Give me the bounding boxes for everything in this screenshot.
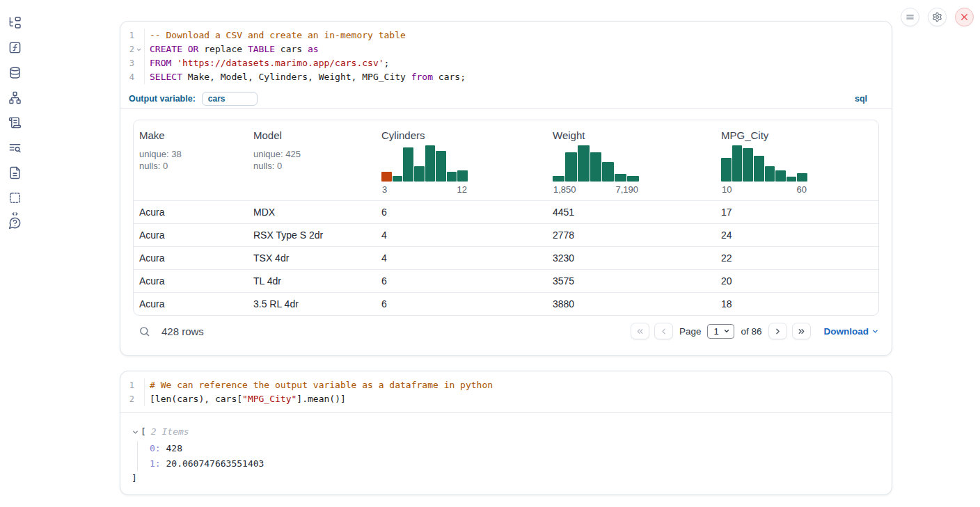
snippets-icon[interactable] [8, 191, 22, 204]
histogram-bar[interactable] [627, 176, 639, 182]
histogram-bar[interactable] [590, 152, 602, 182]
functions-icon[interactable] [8, 41, 22, 54]
column-header-model[interactable]: Modelunique: 425nulls: 0 [248, 120, 376, 200]
table-cell: 24 [716, 230, 878, 241]
histogram-bar[interactable] [578, 145, 590, 182]
histogram-bar[interactable] [721, 158, 732, 182]
tree-header: [ 2 Items [132, 425, 880, 437]
table-row[interactable]: AcuraTSX 4dr4323022 [134, 246, 878, 269]
table-row[interactable]: AcuraMDX6445117 [134, 200, 878, 223]
histogram-bar[interactable] [743, 148, 753, 182]
menu-button[interactable] [901, 8, 919, 26]
histogram-bar[interactable] [457, 170, 468, 182]
column-stats: unique: 38nulls: 0 [139, 148, 242, 172]
dependencies-icon[interactable] [8, 91, 22, 104]
table-cell: 3230 [547, 252, 716, 264]
output-variable-label: Output variable: [129, 94, 196, 104]
tree-item-key: 1: [150, 458, 161, 469]
first-page-button[interactable] [631, 323, 649, 339]
table-row[interactable]: Acura3.5 RL 4dr6388018 [134, 292, 878, 315]
collapse-chevron-icon[interactable] [132, 428, 139, 435]
table-cell: 3575 [547, 275, 716, 287]
output-variable-input[interactable] [202, 92, 258, 106]
column-header-cylinders[interactable]: Cylinders312 [376, 120, 547, 200]
download-button[interactable]: Download [824, 326, 880, 337]
histogram-bar[interactable] [615, 174, 626, 182]
column-header-mpg_city[interactable]: MPG_City1060 [716, 120, 878, 200]
prev-page-button[interactable] [654, 323, 673, 339]
tree-item-value: 428 [161, 443, 182, 453]
column-header-weight[interactable]: Weight1,8507,190 [547, 120, 716, 200]
fold-chevron-icon[interactable] [134, 45, 143, 54]
histogram-bar[interactable] [787, 177, 797, 182]
search-icon[interactable] [139, 325, 150, 337]
histogram-bar[interactable] [797, 173, 807, 182]
histogram-bar[interactable] [602, 162, 614, 182]
code-line[interactable]: 2CREATE OR replace TABLE cars as [120, 42, 892, 56]
last-page-button[interactable] [792, 323, 811, 339]
histogram-bar[interactable] [403, 147, 413, 182]
histogram-bar[interactable] [414, 166, 425, 182]
column-histogram[interactable]: 1060 [721, 145, 807, 195]
column-histogram[interactable]: 312 [381, 145, 468, 195]
column-title: Cylinders [381, 129, 542, 141]
logs-icon[interactable] [8, 141, 22, 154]
close-button[interactable] [955, 8, 974, 26]
table-header: Makeunique: 38nulls: 0Modelunique: 425nu… [134, 120, 878, 200]
next-page-button[interactable] [768, 323, 787, 339]
help-icon[interactable] [8, 216, 22, 230]
documentation-icon[interactable] [8, 166, 22, 179]
fold-spacer [134, 381, 143, 389]
code-line[interactable]: 1# We can reference the output variable … [120, 378, 892, 392]
histogram-bar[interactable] [447, 172, 457, 182]
table-cell: 2778 [547, 230, 716, 241]
python-output: [ 2 Items 0: 4281: 20.060747663551403 ] [120, 413, 892, 485]
code-line[interactable]: 2[len(cars), cars["MPG_City"].mean()] [120, 392, 892, 406]
tree-close-bracket: ] [132, 472, 880, 485]
table-cell: Acura [134, 275, 248, 287]
histogram-axis-labels: 1060 [721, 184, 807, 195]
datasources-icon[interactable] [8, 66, 22, 79]
histogram-bar[interactable] [436, 151, 446, 182]
column-title: MPG_City [721, 129, 873, 141]
histogram-bar[interactable] [765, 166, 775, 182]
tree-item-key: 0: [150, 443, 161, 453]
settings-button[interactable] [928, 8, 947, 26]
tree-item[interactable]: 1: 20.060747663551403 [150, 456, 880, 472]
line-number-gutter: 1 [120, 378, 145, 392]
table-cell: Acura [134, 207, 248, 218]
language-badge[interactable]: sql [855, 94, 867, 104]
sidebar [0, 0, 29, 507]
sql-code-editor[interactable]: 1-- Download a CSV and create an in-memo… [120, 22, 892, 89]
scratchpad-icon[interactable] [8, 116, 22, 129]
histogram-bar[interactable] [425, 145, 436, 182]
histogram-bar[interactable] [732, 145, 743, 182]
code-line[interactable]: 3FROM 'https://datasets.marimo.app/cars.… [120, 56, 892, 70]
file-tree-icon[interactable] [8, 16, 22, 29]
column-header-make[interactable]: Makeunique: 38nulls: 0 [134, 120, 248, 200]
tree-item[interactable]: 0: 428 [150, 441, 880, 456]
table-cell: 3.5 RL 4dr [248, 298, 376, 309]
code-line[interactable]: 1-- Download a CSV and create an in-memo… [120, 29, 892, 42]
table-row[interactable]: AcuraRSX Type S 2dr4277824 [134, 223, 878, 246]
column-histogram[interactable]: 1,8507,190 [553, 145, 639, 195]
histogram-bar[interactable] [553, 176, 564, 182]
histogram-bar[interactable] [381, 172, 392, 182]
histogram-bar[interactable] [754, 156, 764, 182]
histogram-bar[interactable] [565, 152, 577, 182]
table-cell: 6 [376, 298, 547, 309]
code-line[interactable]: 4SELECT Make, Model, Cylinders, Weight, … [120, 70, 892, 84]
table-cell: 6 [376, 275, 547, 287]
table-cell: 3880 [547, 298, 716, 309]
table-cell: 4451 [547, 207, 716, 218]
table-row[interactable]: AcuraTL 4dr6357520 [134, 269, 878, 292]
histogram-bar[interactable] [775, 170, 786, 182]
page-select[interactable]: 1 [707, 324, 734, 339]
data-table: Makeunique: 38nulls: 0Modelunique: 425nu… [133, 120, 879, 316]
page-total: of 86 [741, 326, 761, 337]
histogram-bar[interactable] [393, 176, 403, 182]
python-code-editor[interactable]: 1# We can reference the output variable … [120, 371, 892, 413]
column-title: Make [139, 129, 242, 141]
column-stats: unique: 425nulls: 0 [253, 148, 370, 172]
pagination: Page 1 of 86 Download [631, 323, 879, 339]
